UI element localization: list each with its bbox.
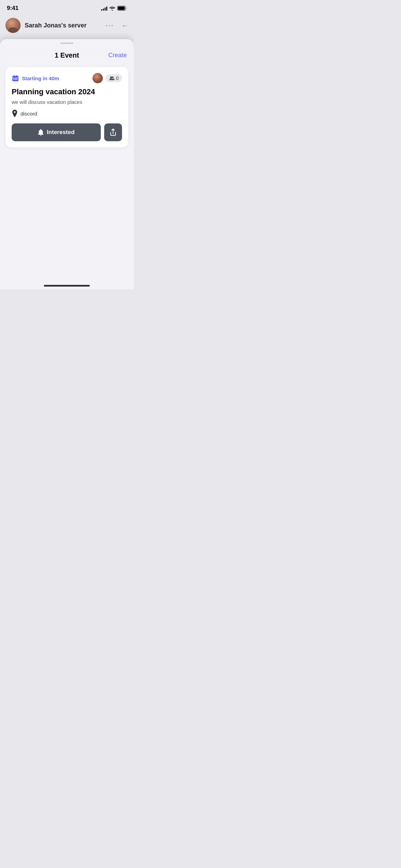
people-icon (109, 76, 114, 80)
location-pin-icon (12, 110, 18, 117)
event-header-right: 0 (93, 73, 122, 83)
battery-icon (117, 6, 127, 11)
svg-rect-3 (14, 75, 14, 76)
event-title: Planning vacation 2024 (12, 87, 122, 96)
event-actions: Interested (12, 123, 122, 141)
attendees-badge: 0 (106, 74, 122, 82)
attendees-count: 0 (116, 75, 119, 81)
svg-rect-5 (12, 77, 19, 78)
home-indicator (44, 285, 90, 287)
event-card-header: Starting in 40m 0 (12, 73, 122, 83)
starting-in-text: Starting in 40m (22, 75, 59, 81)
event-location-text: discord (21, 111, 37, 117)
server-name: Sarah Jonas's server (25, 22, 101, 29)
status-bar: 9:41 (0, 0, 134, 14)
svg-point-9 (110, 76, 112, 79)
bell-icon (38, 129, 44, 136)
wifi-icon (109, 6, 115, 11)
calendar-icon (12, 74, 19, 82)
svg-point-10 (112, 76, 114, 78)
svg-rect-7 (15, 79, 16, 80)
signal-icon (101, 6, 107, 11)
bg-chat-header: Sarah Jonas's server ··· ← (0, 14, 134, 36)
status-time: 9:41 (7, 5, 19, 12)
svg-rect-4 (16, 75, 17, 76)
event-card: Starting in 40m 0 Planning vacation 2024… (5, 67, 128, 147)
sheet-header: 1 Event Create (0, 45, 134, 63)
avatar (5, 18, 21, 33)
interested-button[interactable]: Interested (12, 123, 101, 141)
drag-handle (60, 43, 73, 44)
events-bottom-sheet: 1 Event Create Starting in 40m (0, 39, 134, 289)
sheet-title: 1 Event (54, 51, 79, 59)
event-location: discord (12, 110, 122, 117)
drag-handle-area[interactable] (0, 39, 134, 45)
event-starting-label: Starting in 40m (12, 74, 59, 82)
share-button[interactable] (104, 123, 122, 141)
svg-rect-6 (13, 79, 14, 80)
svg-point-12 (112, 79, 114, 80)
status-icons (101, 6, 127, 11)
share-icon (110, 129, 117, 136)
svg-rect-8 (16, 79, 17, 80)
interested-label: Interested (47, 129, 74, 136)
create-event-button[interactable]: Create (108, 52, 127, 59)
organizer-avatar (93, 73, 103, 83)
more-options-icon: ··· (106, 21, 114, 30)
back-arrow-icon: ← (121, 22, 128, 29)
event-description: we will discuss vacation places (12, 99, 122, 105)
svg-rect-1 (118, 7, 125, 10)
